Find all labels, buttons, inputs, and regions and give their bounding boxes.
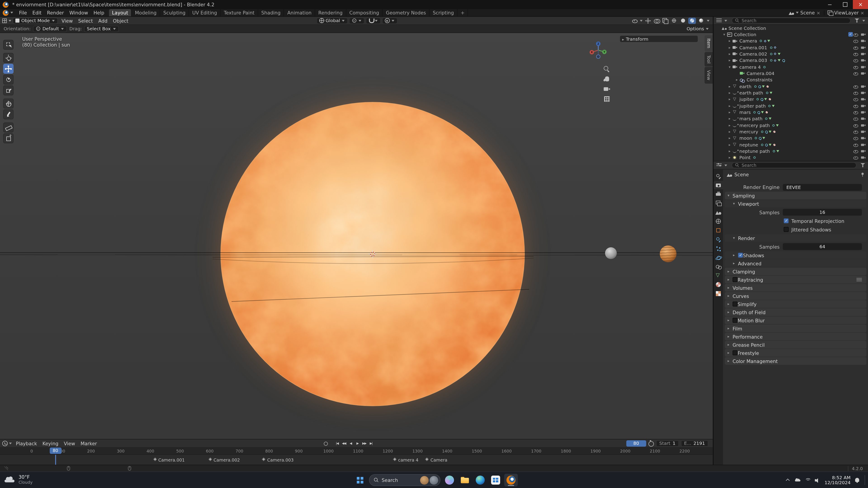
outliner-item-label[interactable]: Collection — [734, 32, 756, 37]
show-desktop-button[interactable] — [865, 475, 866, 485]
orthographic-toggle-icon[interactable] — [603, 95, 611, 103]
shading-solid-button[interactable] — [679, 18, 687, 24]
disclosure-triangle-icon[interactable] — [733, 261, 738, 265]
menu-item[interactable]: Edit — [30, 9, 44, 16]
checkbox[interactable] — [784, 227, 788, 232]
workspace-tab[interactable]: UV Editing — [189, 9, 221, 16]
tray-icon-chevron-up[interactable] — [785, 477, 791, 483]
properties-row[interactable]: Raytracing — [725, 276, 866, 284]
hide-in-viewport-icon[interactable] — [853, 65, 858, 69]
properties-tab-texture[interactable] — [714, 289, 723, 298]
presets-icon[interactable] — [857, 277, 862, 282]
chevron-down-icon[interactable] — [724, 19, 727, 22]
disable-in-renders-icon[interactable] — [861, 103, 866, 108]
outliner-item-label[interactable]: camera 4 — [739, 64, 761, 69]
value-field[interactable]: 64 — [783, 243, 862, 250]
sidebar-tab[interactable]: Item — [705, 35, 713, 51]
disable-in-renders-icon[interactable] — [861, 39, 866, 43]
workspace-tab[interactable]: Texture Paint — [221, 9, 258, 16]
disclosure-triangle-icon[interactable] — [727, 334, 733, 338]
menu-item[interactable]: Help — [91, 9, 107, 16]
workspace-tab[interactable]: Layout — [109, 9, 132, 16]
disable-in-renders-icon[interactable] — [861, 97, 866, 102]
disclosure-triangle-icon[interactable] — [727, 302, 733, 306]
taskbar-app-store[interactable] — [489, 474, 502, 486]
tool-button-rotate[interactable] — [3, 74, 13, 85]
checkbox[interactable] — [733, 318, 738, 323]
disclosure-triangle-icon[interactable] — [733, 202, 738, 206]
visibility-dropdown[interactable] — [631, 18, 638, 24]
properties-row[interactable]: Clamping — [725, 268, 866, 275]
disclosure-triangle-icon[interactable] — [733, 253, 738, 257]
properties-tab-constraints[interactable] — [714, 262, 723, 271]
disclosure-triangle-icon[interactable] — [727, 149, 732, 153]
timeline-menu-item[interactable]: Playback — [13, 441, 40, 446]
disclosure-triangle-icon[interactable] — [727, 351, 733, 355]
auto-keying-icon[interactable] — [323, 441, 328, 446]
properties-search-input[interactable]: Search — [732, 162, 857, 168]
disclosure-triangle-icon[interactable] — [727, 156, 732, 160]
notifications-bell-icon[interactable] — [854, 477, 860, 483]
options-dropdown[interactable]: Options — [687, 26, 713, 31]
outliner-row[interactable]: jupiter ✓ — [714, 96, 868, 103]
weather-widget[interactable]: 30°F Cloudy — [4, 474, 33, 485]
workspace-tab[interactable]: Animation — [284, 9, 315, 16]
preview-range-icon[interactable] — [648, 440, 654, 446]
outliner-row[interactable]: Collection ✓ — [714, 31, 868, 38]
outliner-item-label[interactable]: moon — [739, 136, 752, 140]
disclosure-triangle-icon[interactable] — [727, 310, 733, 314]
transport-button-prev-keyframe[interactable]: ◀◀ — [341, 440, 347, 446]
disable-in-renders-icon[interactable] — [861, 117, 866, 121]
taskbar-app-file-explorer[interactable] — [458, 474, 472, 486]
workspace-tab[interactable]: Geometry Nodes — [383, 9, 430, 16]
hide-in-viewport-icon[interactable] — [853, 91, 858, 95]
viewport-menu-item[interactable]: View — [59, 18, 75, 23]
properties-row[interactable]: Jittered Shadows — [723, 225, 868, 234]
maximize-button[interactable] — [837, 0, 853, 9]
tool-button-add-cube[interactable] — [3, 133, 13, 143]
hide-in-viewport-icon[interactable] — [853, 142, 858, 147]
3d-viewport[interactable]: User Perspective (80) Collection | sun — [0, 33, 713, 439]
close-button[interactable]: × — [853, 0, 868, 9]
filter-icon[interactable] — [861, 163, 866, 168]
camera-view-icon[interactable] — [603, 86, 611, 93]
disclosure-triangle-icon[interactable] — [727, 343, 733, 347]
current-frame-indicator[interactable]: 80 — [50, 448, 61, 454]
disable-in-renders-icon[interactable] — [861, 45, 866, 50]
chevron-down-icon[interactable] — [706, 19, 710, 22]
disable-in-renders-icon[interactable] — [861, 65, 866, 69]
minimize-button[interactable] — [822, 0, 837, 9]
chevron-down-icon[interactable] — [8, 442, 12, 445]
disclosure-triangle-icon[interactable] — [727, 45, 732, 50]
disclosure-triangle-icon[interactable] — [727, 326, 733, 330]
outliner-item-label[interactable]: jupiter path — [739, 103, 766, 108]
pan-hand-icon[interactable] — [603, 75, 611, 83]
properties-tab-modifiers[interactable] — [714, 235, 723, 243]
workspace-tab[interactable]: Modeling — [132, 9, 160, 16]
properties-tab-output[interactable] — [714, 190, 723, 198]
transport-button-play[interactable]: ▶ — [354, 440, 361, 446]
disclosure-triangle-icon[interactable] — [727, 84, 732, 88]
viewport-menu-item[interactable]: Select — [75, 18, 96, 23]
disable-in-renders-icon[interactable] — [861, 123, 866, 128]
outliner-item-label[interactable]: mars path — [739, 117, 763, 121]
tool-button-cursor[interactable] — [3, 53, 13, 63]
disclosure-triangle-icon[interactable] — [727, 286, 733, 290]
disclosure-triangle-icon[interactable] — [727, 91, 732, 95]
outliner-item-label[interactable]: Camera.001 — [739, 45, 767, 50]
properties-row[interactable]: Grease Pencil — [725, 341, 866, 349]
tool-button-move[interactable] — [3, 64, 13, 74]
properties-row[interactable]: Film — [725, 325, 866, 332]
transport-button-jump-to-start[interactable]: |◀ — [334, 440, 341, 446]
menu-item[interactable]: File — [16, 9, 30, 16]
hide-in-viewport-icon[interactable] — [853, 149, 858, 154]
mode-dropdown[interactable]: Object Mode — [13, 18, 58, 24]
hide-in-viewport-icon[interactable] — [853, 103, 858, 108]
render-engine-dropdown[interactable]: EEVEE — [783, 184, 862, 191]
outliner-row[interactable]: Scene Collection ✓ — [714, 25, 868, 31]
tray-icon-wifi[interactable] — [805, 477, 811, 483]
workspace-tab[interactable]: Compositing — [346, 9, 383, 16]
disclosure-triangle-icon[interactable] — [727, 193, 733, 198]
chevron-down-icon[interactable] — [8, 19, 12, 22]
properties-row[interactable]: Advanced — [725, 259, 866, 267]
